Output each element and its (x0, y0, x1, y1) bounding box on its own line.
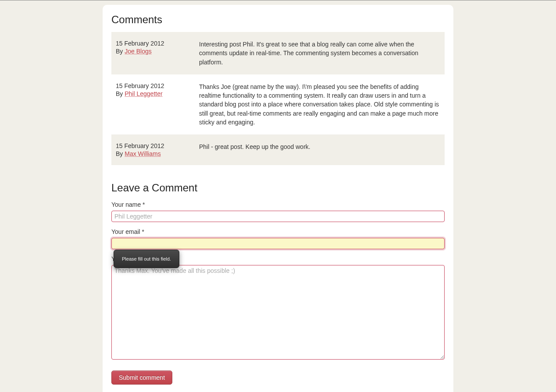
submit-comment-button[interactable]: Submit comment (111, 371, 172, 385)
comment-meta: 15 February 2012 By Max Williams (116, 142, 199, 157)
leave-comment-heading: Leave a Comment (111, 182, 445, 194)
comment-byline: By Joe Blogs (116, 48, 195, 55)
comment-author-link[interactable]: Max Williams (125, 150, 160, 157)
email-input[interactable] (111, 238, 445, 249)
comment-body: Interesting post Phil. It's great to see… (199, 40, 440, 67)
comment-body: Phil - great post. Keep up the good work… (199, 142, 440, 157)
comments-heading: Comments (111, 14, 445, 26)
by-prefix: By (116, 150, 123, 157)
comment-date: 15 February 2012 (116, 82, 195, 89)
name-label: Your name * (111, 201, 445, 208)
leave-comment-section: Leave a Comment Your name * Your email *… (111, 182, 445, 385)
validation-tooltip: Please fill out this field. (114, 250, 179, 268)
comment-textarea[interactable] (111, 265, 445, 360)
comment-byline: By Max Williams (116, 150, 195, 157)
comments-panel: Comments 15 February 2012 By Joe Blogs I… (103, 5, 453, 392)
comment-author-link[interactable]: Phil Leggetter (125, 90, 162, 97)
comment-item: 15 February 2012 By Max Williams Phil - … (111, 134, 445, 165)
comment-author-link[interactable]: Joe Blogs (125, 48, 151, 55)
name-field-wrapper: Your name * (111, 201, 445, 222)
name-input[interactable] (111, 211, 445, 222)
comment-date: 15 February 2012 (116, 40, 195, 47)
comments-list: 15 February 2012 By Joe Blogs Interestin… (111, 32, 445, 165)
comment-date: 15 February 2012 (116, 142, 195, 149)
comment-meta: 15 February 2012 By Joe Blogs (116, 40, 199, 67)
comment-body: Thanks Joe (great name by the way). I\'m… (199, 82, 440, 127)
email-label: Your email * (111, 228, 445, 235)
comment-meta: 15 February 2012 By Phil Leggetter (116, 82, 199, 127)
comment-item: 15 February 2012 By Phil Leggetter Thank… (111, 74, 445, 134)
comment-byline: By Phil Leggetter (116, 90, 195, 97)
by-prefix: By (116, 90, 123, 97)
email-field-wrapper: Your email * Please fill out this field. (111, 228, 445, 249)
comment-field-wrapper: Your comment * (111, 255, 445, 361)
comment-item: 15 February 2012 By Joe Blogs Interestin… (111, 32, 445, 74)
by-prefix: By (116, 48, 123, 55)
